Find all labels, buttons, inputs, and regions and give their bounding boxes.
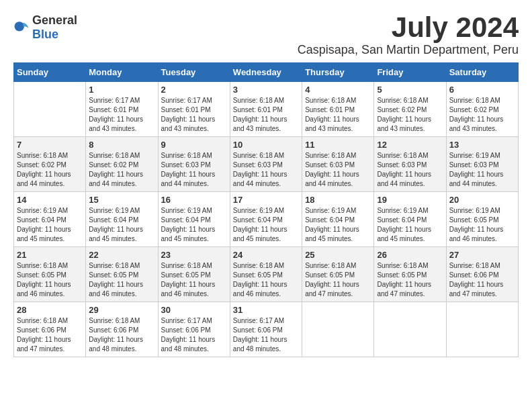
header-row: SundayMondayTuesdayWednesdayThursdayFrid… [14,63,519,82]
day-cell: 29Sunrise: 6:18 AM Sunset: 6:06 PM Dayli… [86,302,158,357]
week-row-5: 28Sunrise: 6:18 AM Sunset: 6:06 PM Dayli… [14,302,519,357]
day-info: Sunrise: 6:19 AM Sunset: 6:04 PM Dayligh… [377,206,443,244]
day-cell: 1Sunrise: 6:17 AM Sunset: 6:01 PM Daylig… [86,82,158,137]
day-cell: 26Sunrise: 6:18 AM Sunset: 6:05 PM Dayli… [374,247,446,302]
day-info: Sunrise: 6:19 AM Sunset: 6:04 PM Dayligh… [89,206,154,244]
day-info: Sunrise: 6:17 AM Sunset: 6:01 PM Dayligh… [89,96,154,134]
day-cell [14,82,86,137]
day-number: 21 [17,250,83,260]
day-cell: 16Sunrise: 6:19 AM Sunset: 6:04 PM Dayli… [158,192,230,247]
day-number: 23 [161,250,227,260]
day-info: Sunrise: 6:18 AM Sunset: 6:06 PM Dayligh… [449,261,515,299]
day-cell: 18Sunrise: 6:19 AM Sunset: 6:04 PM Dayli… [302,192,374,247]
day-info: Sunrise: 6:18 AM Sunset: 6:05 PM Dayligh… [377,261,443,299]
day-info: Sunrise: 6:18 AM Sunset: 6:03 PM Dayligh… [233,151,299,189]
week-row-4: 21Sunrise: 6:18 AM Sunset: 6:05 PM Dayli… [14,247,519,302]
day-info: Sunrise: 6:18 AM Sunset: 6:05 PM Dayligh… [89,261,154,299]
day-number: 1 [89,85,154,95]
day-cell: 10Sunrise: 6:18 AM Sunset: 6:03 PM Dayli… [230,137,302,192]
title-block: July 2024 Caspisapa, San Martin Departme… [298,13,519,57]
day-cell: 15Sunrise: 6:19 AM Sunset: 6:04 PM Dayli… [86,192,158,247]
day-info: Sunrise: 6:18 AM Sunset: 6:03 PM Dayligh… [377,151,443,189]
header-sunday: Sunday [14,63,86,82]
header-saturday: Saturday [446,63,518,82]
day-info: Sunrise: 6:17 AM Sunset: 6:06 PM Dayligh… [233,316,299,354]
day-cell: 2Sunrise: 6:17 AM Sunset: 6:01 PM Daylig… [158,82,230,137]
day-cell: 19Sunrise: 6:19 AM Sunset: 6:04 PM Dayli… [374,192,446,247]
day-info: Sunrise: 6:18 AM Sunset: 6:03 PM Dayligh… [305,151,371,189]
day-number: 20 [449,195,515,205]
day-info: Sunrise: 6:18 AM Sunset: 6:01 PM Dayligh… [233,96,299,134]
header-monday: Monday [86,63,158,82]
day-info: Sunrise: 6:19 AM Sunset: 6:03 PM Dayligh… [449,151,515,189]
day-number: 17 [233,195,299,205]
calendar-body: 1Sunrise: 6:17 AM Sunset: 6:01 PM Daylig… [14,82,519,357]
day-number: 14 [17,195,83,205]
day-info: Sunrise: 6:19 AM Sunset: 6:04 PM Dayligh… [305,206,371,244]
location-title: Caspisapa, San Martin Department, Peru [298,43,519,57]
day-cell: 17Sunrise: 6:19 AM Sunset: 6:04 PM Dayli… [230,192,302,247]
day-cell: 14Sunrise: 6:19 AM Sunset: 6:04 PM Dayli… [14,192,86,247]
day-number: 2 [161,85,227,95]
day-cell [446,302,518,357]
day-number: 9 [161,140,227,150]
day-info: Sunrise: 6:17 AM Sunset: 6:06 PM Dayligh… [161,316,227,354]
day-number: 12 [377,140,443,150]
day-number: 4 [305,85,371,95]
day-cell: 8Sunrise: 6:18 AM Sunset: 6:02 PM Daylig… [86,137,158,192]
day-info: Sunrise: 6:18 AM Sunset: 6:06 PM Dayligh… [17,316,83,354]
day-cell: 21Sunrise: 6:18 AM Sunset: 6:05 PM Dayli… [14,247,86,302]
day-number: 16 [161,195,227,205]
day-number: 19 [377,195,443,205]
header-friday: Friday [374,63,446,82]
day-number: 24 [233,250,299,260]
day-cell: 13Sunrise: 6:19 AM Sunset: 6:03 PM Dayli… [446,137,518,192]
day-number: 18 [305,195,371,205]
week-row-3: 14Sunrise: 6:19 AM Sunset: 6:04 PM Dayli… [14,192,519,247]
day-cell: 31Sunrise: 6:17 AM Sunset: 6:06 PM Dayli… [230,302,302,357]
calendar-table: SundayMondayTuesdayWednesdayThursdayFrid… [13,62,519,357]
logo: General Blue [13,13,77,42]
day-number: 5 [377,85,443,95]
day-number: 26 [377,250,443,260]
day-info: Sunrise: 6:18 AM Sunset: 6:02 PM Dayligh… [377,96,443,134]
day-cell: 28Sunrise: 6:18 AM Sunset: 6:06 PM Dayli… [14,302,86,357]
day-number: 30 [161,305,227,315]
day-number: 25 [305,250,371,260]
day-cell: 25Sunrise: 6:18 AM Sunset: 6:05 PM Dayli… [302,247,374,302]
day-info: Sunrise: 6:19 AM Sunset: 6:05 PM Dayligh… [449,206,515,244]
day-cell: 12Sunrise: 6:18 AM Sunset: 6:03 PM Dayli… [374,137,446,192]
day-cell: 11Sunrise: 6:18 AM Sunset: 6:03 PM Dayli… [302,137,374,192]
day-cell: 24Sunrise: 6:18 AM Sunset: 6:05 PM Dayli… [230,247,302,302]
day-info: Sunrise: 6:18 AM Sunset: 6:05 PM Dayligh… [305,261,371,299]
day-number: 28 [17,305,83,315]
day-number: 22 [89,250,154,260]
day-cell: 27Sunrise: 6:18 AM Sunset: 6:06 PM Dayli… [446,247,518,302]
day-cell: 20Sunrise: 6:19 AM Sunset: 6:05 PM Dayli… [446,192,518,247]
day-number: 11 [305,140,371,150]
day-info: Sunrise: 6:18 AM Sunset: 6:06 PM Dayligh… [89,316,154,354]
logo-general: General [32,13,77,27]
day-number: 3 [233,85,299,95]
day-cell: 22Sunrise: 6:18 AM Sunset: 6:05 PM Dayli… [86,247,158,302]
day-number: 13 [449,140,515,150]
day-number: 8 [89,140,154,150]
day-cell: 30Sunrise: 6:17 AM Sunset: 6:06 PM Dayli… [158,302,230,357]
day-cell: 7Sunrise: 6:18 AM Sunset: 6:02 PM Daylig… [14,137,86,192]
day-cell: 23Sunrise: 6:18 AM Sunset: 6:05 PM Dayli… [158,247,230,302]
month-title: July 2024 [298,13,519,42]
day-number: 31 [233,305,299,315]
day-cell [374,302,446,357]
day-cell: 9Sunrise: 6:18 AM Sunset: 6:03 PM Daylig… [158,137,230,192]
day-cell: 5Sunrise: 6:18 AM Sunset: 6:02 PM Daylig… [374,82,446,137]
week-row-2: 7Sunrise: 6:18 AM Sunset: 6:02 PM Daylig… [14,137,519,192]
day-number: 10 [233,140,299,150]
day-number: 29 [89,305,154,315]
day-cell: 6Sunrise: 6:18 AM Sunset: 6:02 PM Daylig… [446,82,518,137]
day-number: 15 [89,195,154,205]
day-info: Sunrise: 6:18 AM Sunset: 6:02 PM Dayligh… [449,96,515,134]
day-cell: 3Sunrise: 6:18 AM Sunset: 6:01 PM Daylig… [230,82,302,137]
day-info: Sunrise: 6:18 AM Sunset: 6:02 PM Dayligh… [17,151,83,189]
day-number: 6 [449,85,515,95]
day-info: Sunrise: 6:18 AM Sunset: 6:05 PM Dayligh… [17,261,83,299]
